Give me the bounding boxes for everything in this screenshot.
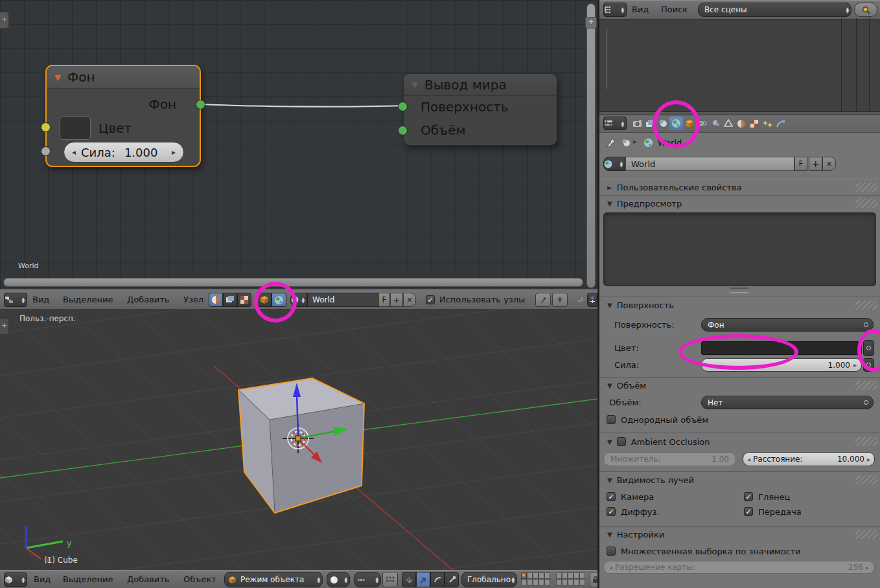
go-parent-tree-button[interactable] <box>552 293 568 307</box>
shading-dropdown[interactable]: ▲▼ <box>327 572 350 587</box>
tab-render[interactable] <box>631 117 643 130</box>
panel-header-volume[interactable]: ▼ Объём <box>599 377 880 393</box>
panel-drag-stripes-icon[interactable] <box>855 199 877 208</box>
tab-physics[interactable] <box>774 117 787 130</box>
translate-manipulator-button[interactable] <box>416 572 430 587</box>
menu-view[interactable]: Вид <box>632 1 649 19</box>
background-node[interactable]: ▼ Фон Фон Цвет ◂ Сила: 1.000 ▸ <box>45 65 201 167</box>
editor-type-button[interactable]: ▲▼ <box>4 572 27 587</box>
tab-material[interactable] <box>735 117 748 130</box>
slider-left-arrow-icon[interactable]: ◂ <box>747 456 750 463</box>
layers-group-1[interactable] <box>521 572 550 585</box>
id-type-dropdown[interactable]: ▲▼ <box>603 157 625 171</box>
vertical-scrollbar[interactable] <box>586 3 596 288</box>
editor-type-button[interactable]: ▲▼ <box>603 117 627 130</box>
manipulator-toggle-button[interactable] <box>402 572 416 587</box>
menu-select[interactable]: Выделение <box>63 290 113 310</box>
node-color-swatch[interactable] <box>60 117 91 140</box>
ray-diffuse-checkbox[interactable]: ✓ <box>607 507 616 516</box>
tab-render-layers[interactable] <box>643 117 656 130</box>
tab-world[interactable] <box>669 117 683 130</box>
slider-right-arrow-icon[interactable]: ▸ <box>853 361 857 368</box>
volume-dropdown[interactable]: Нет <box>701 396 874 409</box>
tab-modifiers[interactable] <box>709 117 722 130</box>
color-animate-button[interactable] <box>863 340 874 356</box>
preview-resize-grip[interactable] <box>730 288 748 293</box>
panel-header-ray-visibility[interactable]: ▼ Видимость лучей <box>599 471 880 488</box>
new-id-button[interactable]: + <box>809 157 822 171</box>
editor-type-button[interactable]: ▲▼ <box>4 293 27 307</box>
cube-object[interactable] <box>238 378 364 513</box>
snap-element-button[interactable] <box>587 293 597 307</box>
new-id-button[interactable]: + <box>390 293 403 307</box>
surface-dropdown[interactable]: Фон <box>701 318 874 332</box>
menu-view[interactable]: Вид <box>32 290 49 310</box>
pin-icon[interactable] <box>606 138 616 148</box>
menu-add[interactable]: Добавить <box>127 290 169 310</box>
layers-group-2[interactable] <box>556 572 585 585</box>
collapse-triangle-icon[interactable]: ▼ <box>54 73 61 82</box>
animate-dot-icon[interactable] <box>864 400 868 405</box>
input-socket-color[interactable] <box>41 122 51 132</box>
manipulate-centers-button[interactable] <box>382 572 398 587</box>
rotate-manipulator-button[interactable] <box>430 572 445 587</box>
menu-view[interactable]: Вид <box>34 571 51 588</box>
shader-context-object-button[interactable] <box>257 293 272 307</box>
fake-user-button[interactable]: F <box>378 293 390 307</box>
ray-camera-checkbox[interactable]: ✓ <box>607 492 616 501</box>
id-name-field[interactable]: World <box>307 293 378 307</box>
menu-object[interactable]: Объект <box>183 571 216 588</box>
slider-right-arrow-icon[interactable]: ▸ <box>172 148 176 157</box>
panel-drag-stripes-icon[interactable] <box>855 183 877 192</box>
node-editor-canvas[interactable]: ▼ Фон Фон Цвет ◂ Сила: 1.000 ▸ ▼ Вывод м… <box>0 0 597 289</box>
region-expand-plus-icon[interactable]: + <box>0 318 9 335</box>
map-resolution-slider[interactable]: ◂ Разрешение карты: 256 ▸ <box>603 561 875 574</box>
panel-header-custom-properties[interactable]: ► Пользовательские свойства <box>599 179 880 196</box>
editor-type-button[interactable]: ▲▼ <box>603 3 627 17</box>
fake-user-button[interactable]: F <box>794 157 807 171</box>
slider-left-arrow-icon[interactable]: ◂ <box>706 361 710 368</box>
menu-node[interactable]: Узел <box>183 290 203 310</box>
panel-drag-stripes-icon[interactable] <box>855 437 877 446</box>
ao-factor-slider[interactable]: Множитель: 1.00 <box>603 452 736 466</box>
tab-object-data[interactable] <box>722 117 735 130</box>
split-area-plus-icon[interactable]: + <box>585 17 597 28</box>
viewport-3d[interactable]: y x Польз.-персп. (1) Cube + <box>0 309 597 570</box>
shader-type-material-button[interactable] <box>209 293 223 307</box>
strength-animate-button[interactable] <box>863 358 874 372</box>
slider-left-arrow-icon[interactable]: ◂ <box>72 148 76 157</box>
display-filter-dropdown[interactable]: Все сцены ▲▼ <box>698 3 851 17</box>
tab-constraints[interactable] <box>696 117 709 130</box>
ray-transmission-checkbox[interactable]: ✓ <box>744 507 753 516</box>
menu-search[interactable]: Поиск <box>661 1 688 19</box>
color-field[interactable] <box>701 341 862 355</box>
animate-dot-icon[interactable] <box>864 322 868 327</box>
pivot-dropdown[interactable]: ▲▼ <box>354 572 381 587</box>
panel-drag-stripes-icon[interactable] <box>855 475 877 484</box>
panel-drag-stripes-icon[interactable] <box>855 530 877 539</box>
mis-checkbox[interactable] <box>607 547 616 556</box>
homogeneous-checkbox[interactable] <box>607 415 616 424</box>
mode-dropdown[interactable]: Режим объекта ▲▼ <box>224 572 323 587</box>
pin-button[interactable] <box>535 293 551 307</box>
shader-context-world-button[interactable] <box>272 293 286 307</box>
tab-particles[interactable] <box>761 117 774 130</box>
ray-glossy-checkbox[interactable]: ✓ <box>744 492 753 501</box>
slider-right-arrow-icon[interactable]: ▸ <box>867 456 870 463</box>
horizontal-scrollbar[interactable] <box>3 278 583 287</box>
unlink-id-button[interactable]: ✕ <box>403 293 416 307</box>
tab-scene[interactable] <box>656 117 669 130</box>
world-globe-icon[interactable] <box>643 138 653 148</box>
menu-select[interactable]: Выделение <box>63 571 113 588</box>
use-nodes-checkbox[interactable]: ✓ <box>426 295 435 304</box>
search-button[interactable] <box>854 3 877 17</box>
shader-type-lamp-button[interactable] <box>223 293 237 307</box>
orientation-dropdown[interactable]: Глобально ▲▼ <box>461 572 517 587</box>
input-socket-surface[interactable] <box>398 102 408 111</box>
ao-enable-checkbox[interactable] <box>617 437 626 446</box>
input-socket-volume[interactable] <box>398 126 408 135</box>
background-node-header[interactable]: ▼ Фон <box>47 66 200 89</box>
ao-distance-slider[interactable]: ◂ Расстояние: 10.000 ▸ <box>743 452 875 466</box>
node-strength-slider[interactable]: ◂ Сила: 1.000 ▸ <box>64 142 184 163</box>
panel-header-surface[interactable]: ▼ Поверхность <box>599 297 880 313</box>
